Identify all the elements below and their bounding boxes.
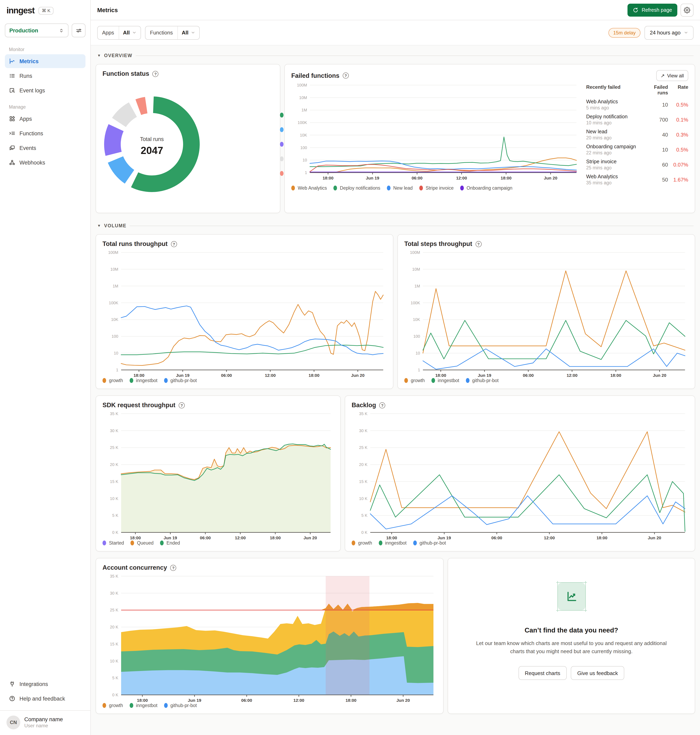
environment-selector[interactable]: Production [5, 24, 68, 37]
svg-text:18:00: 18:00 [309, 373, 320, 378]
apps-filter[interactable]: Apps All [97, 26, 141, 40]
help-icon[interactable]: ? [379, 402, 385, 408]
svg-text:Jun 20: Jun 20 [303, 535, 317, 540]
topbar: Metrics Refresh page [91, 0, 700, 20]
svg-text:18:00: 18:00 [270, 535, 281, 540]
svg-text:18:00: 18:00 [346, 698, 356, 703]
account-menu[interactable]: CN Company name User name [5, 715, 85, 730]
legend-dot-icon [333, 186, 337, 190]
legend-item: Onboarding campaign [460, 186, 512, 190]
legend-item: Stripe invoice [419, 186, 453, 190]
svg-text:35 K: 35 K [110, 411, 119, 416]
sidebar-item-functions[interactable]: Functions [5, 127, 85, 140]
svg-text:25 K: 25 K [359, 445, 368, 450]
svg-text:15 K: 15 K [110, 479, 119, 484]
help-icon[interactable]: ? [179, 402, 185, 408]
legend-dot-icon [419, 186, 423, 190]
functions-filter[interactable]: Functions All [145, 26, 200, 40]
environment-filter-button[interactable] [72, 24, 85, 37]
table-row[interactable]: Onboarding campaign22 mins ago 10 0.5% [586, 144, 688, 155]
feedback-title: Can’t find the data you need? [525, 626, 618, 634]
chevron-down-icon [132, 30, 137, 35]
svg-text:10 K: 10 K [110, 496, 119, 501]
help-icon[interactable]: ? [171, 241, 177, 247]
svg-text:35 K: 35 K [359, 411, 368, 416]
view-all-button[interactable]: ↗ View all [656, 70, 688, 81]
svg-text:Jun 19: Jun 19 [188, 698, 201, 703]
account-concurrency-card: Account concurrency? 35 K30 K25 K20 K15 … [96, 558, 444, 714]
sidebar-item-integrations[interactable]: Integrations [5, 677, 85, 691]
time-range-selector[interactable]: 24 hours ago [644, 26, 694, 40]
table-row[interactable]: Stripe invoice25 mins ago 60 0.07% [586, 159, 688, 170]
company-name: Company name [24, 716, 63, 722]
svg-text:18:00: 18:00 [386, 535, 397, 540]
sidebar-item-events[interactable]: Events [5, 141, 85, 155]
sliders-icon [75, 27, 82, 34]
svg-text:100M: 100M [108, 250, 118, 255]
svg-text:12:00: 12:00 [566, 373, 578, 378]
feedback-body: Let our team know which charts are most … [474, 639, 669, 656]
help-icon[interactable]: ? [475, 241, 481, 247]
svg-text:06:00: 06:00 [200, 535, 211, 540]
avatar: CN [6, 716, 20, 729]
settings-button[interactable] [681, 3, 694, 16]
apps-icon [9, 115, 15, 122]
help-icon[interactable]: ? [153, 71, 159, 77]
webhooks-icon [9, 159, 15, 166]
svg-text:100K: 100K [297, 120, 307, 125]
card-title: Function status [103, 70, 149, 77]
function-status-card: Function status ? Total runs2047 Complet… [96, 64, 280, 213]
give-feedback-button[interactable]: Give us feedback [571, 666, 625, 680]
svg-text:100K: 100K [410, 300, 420, 305]
table-row[interactable]: Web Analytics35 mins ago 50 1.67% [586, 174, 688, 185]
svg-text:10K: 10K [300, 133, 307, 137]
svg-text:10K: 10K [111, 317, 118, 322]
function-status-donut: Total runs2047 [103, 96, 273, 193]
recently-failed-table: Recently failed Failed runs Rate Web Ana… [586, 82, 688, 207]
legend-item: New lead [387, 186, 413, 190]
svg-text:30 K: 30 K [110, 591, 119, 595]
main-area: Metrics Refresh page Apps All [91, 0, 700, 735]
svg-text:10: 10 [416, 351, 420, 355]
svg-text:25 K: 25 K [110, 608, 119, 612]
refresh-page-button[interactable]: Refresh page [628, 3, 677, 16]
svg-text:Jun 19: Jun 19 [164, 535, 177, 540]
overview-section-header[interactable]: ▼ Overview [97, 49, 694, 62]
failed-functions-chart: 100M10M1M100K10K10010118:00Jun 1906:0012… [291, 82, 580, 183]
card-title: Failed functions [291, 72, 340, 79]
help-icon[interactable]: ? [171, 565, 176, 571]
sidebar-item-apps[interactable]: Apps [5, 112, 85, 125]
sdk-request-throughput-card: SDK request throughput? 35 K30 K25 K20 K… [96, 395, 341, 551]
svg-text:5 K: 5 K [112, 676, 119, 680]
table-row[interactable]: Deploy notification10 mins ago 700 0.1% [586, 114, 688, 125]
svg-text:5 K: 5 K [361, 513, 368, 518]
svg-text:18:00: 18:00 [597, 535, 607, 540]
sidebar-item-runs[interactable]: Runs [5, 69, 85, 82]
help-icon[interactable]: ? [343, 72, 349, 79]
sidebar-item-event-logs[interactable]: Event logs [5, 84, 85, 97]
delay-badge: 15m delay [608, 28, 640, 37]
refresh-icon [633, 7, 638, 13]
svg-text:20 K: 20 K [110, 625, 119, 629]
total-runs-chart: 100M10M1M100K10K10010118:00Jun 1906:0012… [103, 249, 387, 376]
sidebar-item-webhooks[interactable]: Webhooks [5, 156, 85, 169]
volume-section-header[interactable]: ▼ Volume [97, 219, 694, 232]
table-row[interactable]: Web Analytics5 mins ago 10 0.5% [586, 99, 688, 110]
request-charts-button[interactable]: Request charts [518, 666, 567, 680]
logo-row: inngest ⌘K [5, 6, 85, 15]
filter-bar: Apps All Functions All 15m delay 24 hour… [91, 20, 700, 46]
functions-icon [9, 130, 15, 137]
svg-text:10K: 10K [413, 317, 420, 322]
svg-text:25 K: 25 K [110, 445, 119, 450]
svg-text:100: 100 [300, 146, 307, 150]
svg-text:100: 100 [413, 334, 420, 339]
sidebar: inngest ⌘K Production Monitor Metrics Ru… [0, 0, 91, 735]
sidebar-item-help-and-feedback[interactable]: Help and feedback [5, 692, 85, 706]
command-icon: ⌘ [42, 8, 46, 13]
svg-text:1M: 1M [415, 284, 420, 288]
nav-section-manage: Manage [9, 105, 81, 109]
svg-text:30 K: 30 K [359, 429, 368, 433]
sidebar-item-metrics[interactable]: Metrics [5, 54, 85, 68]
table-row[interactable]: New lead20 mins ago 40 0.3% [586, 129, 688, 140]
nav-section-monitor: Monitor [9, 47, 81, 52]
